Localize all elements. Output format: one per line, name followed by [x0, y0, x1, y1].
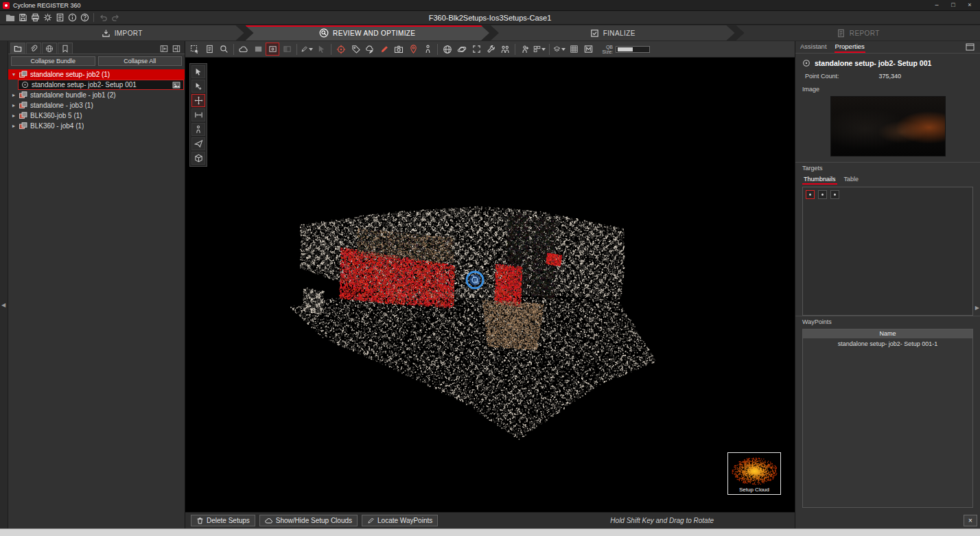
pan-orbit-tool-icon[interactable]: [191, 94, 205, 107]
collapse-arrow-icon[interactable]: ▸: [11, 123, 16, 129]
maximize-button[interactable]: □: [946, 1, 961, 10]
setup-cloud-thumbnail: [728, 453, 780, 486]
workflow-bar: IMPORT REVIEW AND OPTIMIZE FINALIZE REPO…: [0, 25, 980, 41]
grid-icon[interactable]: [567, 43, 581, 56]
workflow-step-import[interactable]: IMPORT: [0, 25, 244, 40]
notes-list-icon[interactable]: [54, 12, 66, 23]
collapse-bundle-button[interactable]: Collapse Bundle: [11, 56, 95, 66]
waypoints-column-name[interactable]: Name: [803, 329, 972, 338]
select-tool-icon[interactable]: [191, 65, 205, 78]
info-icon[interactable]: [66, 12, 78, 23]
tag-icon[interactable]: [349, 43, 362, 56]
show-hide-setup-clouds-button[interactable]: Show/Hide Setup Clouds: [259, 515, 358, 526]
tree-item-setup-001[interactable]: standalone setup- job2- Setup 001: [18, 80, 184, 90]
redo-icon[interactable]: [109, 12, 121, 23]
setup-cloud-inset[interactable]: Setup Cloud: [727, 452, 781, 495]
undo-icon[interactable]: [97, 12, 109, 23]
slider-handle[interactable]: [618, 47, 633, 51]
show-cloud-icon[interactable]: [237, 43, 250, 56]
waypoint-row[interactable]: standalone setup- job2- Setup 001-1: [803, 338, 972, 349]
tab-web-icon[interactable]: [42, 43, 57, 54]
delete-setups-button[interactable]: Delete Setups: [191, 515, 255, 526]
collapse-arrow-icon[interactable]: ▸: [11, 113, 16, 119]
workflow-step-review-and-optimize[interactable]: REVIEW AND OPTIMIZE: [246, 25, 490, 40]
close-window-button[interactable]: ×: [962, 1, 977, 10]
workflow-step-finalize[interactable]: FINALIZE: [491, 25, 735, 40]
tab-attachments-icon[interactable]: [26, 43, 41, 54]
bundle-icon: [19, 122, 27, 130]
pano-view-icon[interactable]: [266, 43, 279, 56]
tree-item-standalone-bundle-job1[interactable]: ▸ standalone bundle - job1 (2): [8, 90, 185, 100]
tree-item-label: standalone bundle - job1 (2): [30, 91, 116, 99]
collapse-left-panel-icon[interactable]: ◀: [1, 302, 5, 308]
target-thumbnail-1[interactable]: [806, 190, 815, 199]
collapse-all-button[interactable]: Collapse All: [98, 56, 183, 66]
measure-pen-icon[interactable]: [300, 43, 314, 56]
collapse-right-panel-icon[interactable]: ▶: [975, 305, 979, 311]
targets-tab-table[interactable]: Table: [843, 175, 861, 185]
point-size-slider[interactable]: [616, 46, 650, 53]
walk-person-icon[interactable]: [421, 43, 434, 56]
add-target-icon[interactable]: [334, 43, 348, 56]
geotag-pin-icon[interactable]: [406, 43, 420, 56]
panel-layout-icon[interactable]: [964, 43, 976, 52]
collapse-arrow-icon[interactable]: ▸: [11, 92, 16, 98]
trash-icon: [196, 517, 204, 524]
draw-pencil-icon[interactable]: [377, 43, 391, 56]
view-options-icon[interactable]: [533, 43, 546, 56]
targets-section-label: Targets: [795, 162, 980, 174]
close-panel-button[interactable]: ×: [964, 515, 977, 526]
point-cloud-view[interactable]: Setup Cloud: [185, 58, 795, 512]
tab-assistant[interactable]: Assistant: [800, 41, 828, 53]
fence-select-icon[interactable]: [188, 43, 202, 56]
image-view-icon[interactable]: [251, 43, 265, 56]
bundle-icon: [19, 71, 27, 78]
settings-gear-icon[interactable]: [41, 12, 54, 23]
tab-bookmarks-icon[interactable]: [58, 43, 73, 54]
layers-icon[interactable]: [552, 43, 566, 56]
collapse-arrow-icon[interactable]: ▸: [11, 102, 16, 108]
camera-icon[interactable]: [392, 43, 406, 56]
target-thumbnail-2[interactable]: [818, 190, 827, 199]
tree-item-standalone-job3[interactable]: ▸ standalone - job3 (1): [8, 100, 185, 110]
workflow-step-label: FINALIZE: [603, 30, 635, 37]
globe-icon[interactable]: [441, 43, 454, 56]
cube-view-tool-icon[interactable]: [191, 152, 205, 165]
left-rail: ◀: [0, 41, 8, 528]
tab-project-files-icon[interactable]: [10, 43, 25, 54]
grayscale-view-icon[interactable]: [280, 43, 294, 56]
tree-item-blk360-job4[interactable]: ▸ BLK360 - job4 (1): [8, 121, 185, 131]
target-thumbnail-3[interactable]: [830, 190, 839, 199]
tree-item-standalone-setup-job2[interactable]: ▾ standalone setup- job2 (1): [8, 69, 185, 80]
locate-waypoints-button[interactable]: Locate WayPoints: [362, 515, 438, 526]
multi-select-tool-icon[interactable]: [191, 80, 205, 93]
orbit-globe-icon[interactable]: [455, 43, 469, 56]
tools-wrench-icon[interactable]: [484, 43, 498, 56]
help-icon[interactable]: [78, 12, 91, 23]
setup-image-thumbnail[interactable]: [830, 96, 946, 156]
zoom-window-icon[interactable]: [217, 43, 231, 56]
pick-point-icon[interactable]: [314, 43, 328, 56]
annotation-icon[interactable]: [202, 43, 216, 56]
fly-tool-icon[interactable]: [191, 137, 205, 150]
edit-cloud-icon[interactable]: [363, 43, 377, 56]
dock-right-icon[interactable]: [170, 43, 183, 54]
minimize-button[interactable]: –: [929, 1, 944, 10]
walk-view-tool-icon[interactable]: [191, 123, 205, 136]
targets-tab-thumbnails[interactable]: Thumbnails: [802, 175, 837, 185]
expand-view-icon[interactable]: [469, 43, 483, 56]
point-cloud-canvas[interactable]: [185, 58, 795, 512]
tab-properties[interactable]: Properties: [835, 41, 865, 53]
survey-people-icon[interactable]: [498, 43, 512, 56]
add-person-icon[interactable]: [518, 43, 532, 56]
dock-left-icon[interactable]: [158, 43, 170, 54]
save-icon[interactable]: [16, 12, 29, 23]
units-m-icon[interactable]: [581, 43, 595, 56]
open-project-icon[interactable]: [4, 12, 16, 23]
range-measure-tool-icon[interactable]: [191, 108, 205, 121]
viewport-toolbar: QB Size:: [185, 41, 795, 58]
print-icon[interactable]: [29, 12, 41, 23]
workflow-step-report[interactable]: REPORT: [736, 25, 980, 40]
expand-arrow-icon[interactable]: ▾: [11, 71, 16, 78]
tree-item-blk360-job5[interactable]: ▸ BLK360-job 5 (1): [8, 110, 185, 121]
